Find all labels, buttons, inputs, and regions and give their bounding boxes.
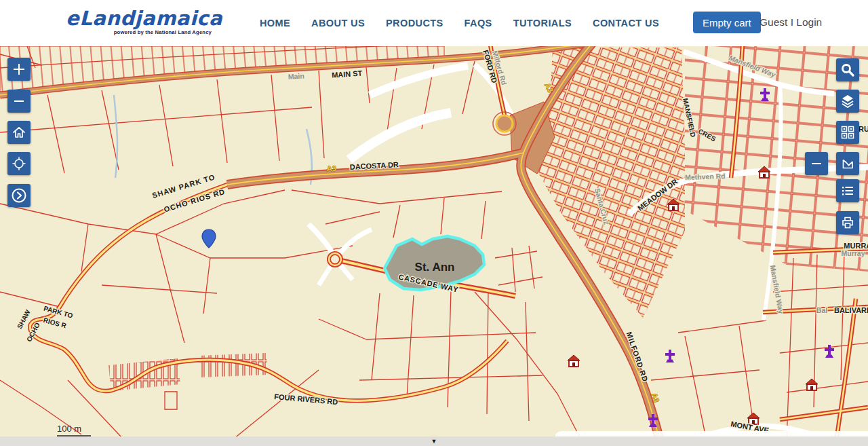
print-button[interactable] [836, 211, 859, 234]
road-label: Main [288, 71, 305, 80]
home-icon [12, 125, 26, 140]
minus-icon [12, 94, 26, 109]
road-label: Bal [816, 306, 827, 314]
guest-login-link[interactable]: Guest I Login [760, 16, 822, 29]
search-button[interactable] [836, 58, 859, 81]
nav-item-faqs[interactable]: FAQS [465, 18, 492, 29]
main-nav: HOME ABOUT US PRODUCTS FAQS TUTORIALS CO… [260, 0, 659, 46]
minus-icon [809, 156, 824, 171]
route-shield: A3 [326, 164, 336, 173]
home-extent-button[interactable] [7, 121, 31, 144]
road-label: Methven Rd [685, 172, 726, 181]
empty-cart-button[interactable]: Empty cart [693, 12, 761, 33]
nav-item-contact-us[interactable]: CONTACT US [593, 18, 659, 29]
nav-item-home[interactable]: HOME [260, 18, 290, 29]
brand-logo-title: eLandjamaica [66, 8, 212, 29]
zoom-out-button[interactable] [7, 90, 31, 113]
chevron-down-icon: ▼ [431, 438, 437, 445]
basemap-gallery-button[interactable] [836, 121, 859, 144]
printer-icon [840, 215, 856, 231]
basemap-grid-icon [840, 124, 856, 141]
layers-button[interactable] [836, 90, 859, 113]
map-canvas[interactable]: Main MAIN ST FORD RD Milford Rd A3 DACOS… [0, 46, 868, 446]
legend-button[interactable] [836, 179, 859, 202]
nav-item-tutorials[interactable]: TUTORIALS [513, 18, 572, 29]
arrow-right-circle-icon [11, 187, 27, 204]
collapse-toolbar-button[interactable] [805, 152, 828, 175]
map-graphics: Main MAIN ST FORD RD Milford Rd A3 DACOS… [0, 46, 868, 446]
brand-logo-tagline: powered by the National Land Agency [66, 29, 212, 35]
roundabout [496, 115, 513, 132]
legend-list-icon [840, 183, 856, 199]
scale-bar: 100 m [57, 424, 91, 436]
scale-label: 100 m [57, 424, 81, 434]
measure-button[interactable] [836, 152, 859, 175]
zoom-in-button[interactable] [7, 58, 31, 81]
expand-panel-button[interactable] [7, 184, 31, 207]
brand-logo[interactable]: eLandjamaica powered by the National Lan… [66, 8, 212, 35]
top-navigation-bar: eLandjamaica powered by the National Lan… [0, 0, 868, 46]
locate-me-button[interactable] [7, 152, 31, 175]
layers-icon [840, 93, 856, 109]
plus-icon [12, 62, 26, 77]
measure-polygon-icon [840, 155, 856, 172]
bottom-panel-expander[interactable]: ▼ [0, 436, 868, 446]
crosshair-icon [12, 156, 26, 171]
parcel-label-st-ann: St. Ann [415, 261, 455, 274]
road-label: RU [859, 125, 868, 133]
small-roundabout [329, 253, 341, 265]
nav-item-about-us[interactable]: ABOUT US [311, 18, 365, 29]
road-label: BALIVARD [834, 306, 868, 314]
search-icon [840, 62, 856, 78]
road-label: Murray [841, 249, 865, 257]
nav-item-products[interactable]: PRODUCTS [386, 18, 443, 29]
